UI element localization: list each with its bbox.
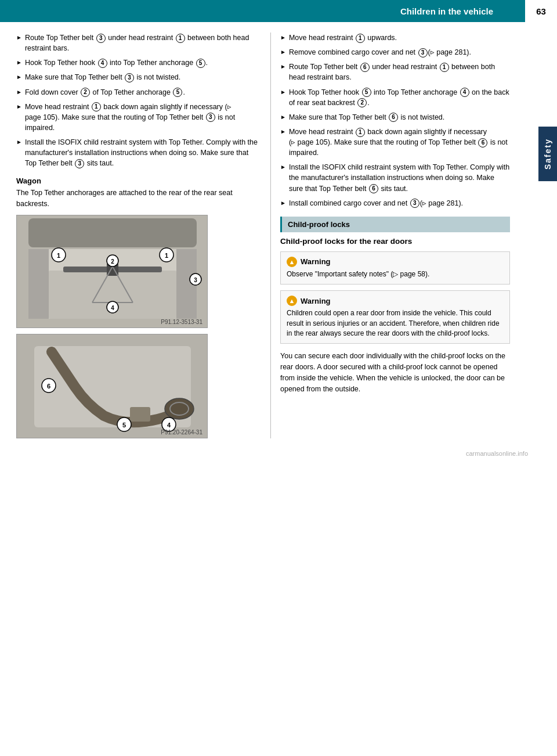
circle-num: 3 [96,34,106,43]
circle-num: 3 [125,73,134,82]
circle-num: 5 [196,59,205,68]
circle-num: 6 [478,138,487,147]
circle-num: 6 [389,113,398,122]
bullet-text: Fold down cover 2 of Top Tether anchorag… [25,87,185,98]
bullet-text: Make sure that Top Tether belt 6 is not … [289,112,444,123]
bullet-arrow: ► [280,34,286,42]
warning-box-2: ▲ Warning Children could open a rear doo… [280,290,510,344]
list-item: ► Hook Top Tether hook 4 into Top Tether… [16,57,259,68]
bullet-text: Route Top Tether belt 3 under head restr… [25,33,259,53]
bullet-arrow: ► [280,163,286,172]
wagon-heading: Wagon [16,177,259,185]
warning1-text: Observe "Important safety notes" (▷ page… [287,269,504,279]
circle-num: 1 [356,34,365,43]
bullet-text: Move head restraint 1 back down again sl… [25,102,259,133]
bullet-arrow: ► [16,34,22,42]
svg-text:5: 5 [122,422,126,429]
bullet-text: Install the ISOFIX child restraint syste… [25,137,259,168]
list-item: ► Make sure that Top Tether belt 3 is no… [16,72,259,82]
bullet-arrow: ► [280,113,286,122]
safety-tab: Safety [538,127,557,181]
circle-num: 3 [418,48,428,57]
bullet-arrow: ► [16,138,22,147]
svg-rect-3 [28,249,49,319]
svg-text:4: 4 [167,422,171,429]
bullet-arrow: ► [16,88,22,97]
warning-icon-2: ▲ [287,296,297,306]
circle-num: 5 [173,88,182,97]
svg-rect-1 [28,218,197,247]
circle-num: 4 [460,88,469,97]
svg-point-23 [165,398,194,419]
bullet-arrow: ► [280,48,286,57]
warning1-title: ▲ Warning [287,257,504,267]
wagon-text: The Top Tether anchorages are attached t… [16,188,259,208]
bullet-arrow: ► [280,199,286,208]
circle-num: 3 [410,199,419,208]
right-column: ► Move head restraint 1 upwards. ► Remov… [273,33,539,438]
warning-icon-1: ▲ [287,257,297,267]
bullet-text: Route Top Tether belt 6 under head restr… [289,62,510,82]
list-item: ► Remove combined cargo cover and net 3(… [280,47,510,57]
bullet-arrow: ► [280,63,286,71]
bullet-text: Move head restraint 1 back down again sl… [289,127,510,158]
header-bar: Children in the vehicle 63 [0,0,557,22]
column-divider [270,33,271,438]
bullet-text: Install combined cargo cover and net 3(▹… [289,198,463,208]
cargo-diagram-svg: 1 1 2 4 3 [17,215,208,328]
circle-num: 2 [81,88,90,97]
svg-text:4: 4 [111,305,114,311]
bullet-text: Install the ISOFIX child restraint syste… [289,162,510,193]
right-bullet-list: ► Move head restraint 1 upwards. ► Remov… [280,33,510,208]
list-item: ► Install the ISOFIX child restraint sys… [280,162,510,193]
svg-text:6: 6 [47,383,50,390]
watermark: carmanualsonline.info [0,450,557,463]
list-item: ► Install combined cargo cover and net 3… [280,198,510,208]
bullet-arrow: ► [16,103,22,111]
left-column: ► Route Top Tether belt 3 under head res… [0,33,268,438]
circle-num: 1 [92,102,101,111]
list-item: ► Move head restraint 1 back down again … [16,102,259,133]
header-page: 63 [525,0,557,22]
svg-text:1: 1 [57,252,60,259]
circle-num: 6 [360,63,370,72]
child-proof-body: You can secure each door individually wi… [280,351,510,394]
circle-num: 1 [356,128,365,137]
bullet-text: Remove combined cargo cover and net 3(▹ … [289,47,471,57]
bullet-arrow: ► [280,128,286,136]
warning-box-1: ▲ Warning Observe "Important safety note… [280,251,510,285]
circle-num: 6 [369,184,378,193]
image-belt: 6 5 4 P91.20-2264-31 [16,334,208,438]
list-item: ► Move head restraint 1 upwards. [280,33,510,43]
img2-caption: P91.20-2264-31 [161,429,202,435]
list-item: ► Move head restraint 1 back down again … [280,127,510,158]
circle-num: 2 [357,98,367,107]
bullet-text: Hook Top Tether hook 5 into Top Tether a… [289,87,510,108]
svg-text:2: 2 [111,258,114,265]
circle-num: 1 [176,34,185,43]
list-item: ► Fold down cover 2 of Top Tether anchor… [16,87,259,98]
child-proof-subheading: Child-proof locks for the rear doors [280,237,510,246]
header-title: Children in the vehicle [0,6,525,16]
svg-text:1: 1 [165,252,168,259]
list-item: ► Install the ISOFIX child restraint sys… [16,137,259,168]
warning2-title: ▲ Warning [287,296,504,306]
circle-num: 3 [75,159,84,168]
belt-diagram-svg: 6 5 4 [17,334,208,438]
left-bullet-list: ► Route Top Tether belt 3 under head res… [16,33,259,168]
list-item: ► Hook Top Tether hook 5 into Top Tether… [280,87,510,108]
image-cargo-top: 1 1 2 4 3 P91.12-3513-31 [16,215,208,328]
list-item: ► Route Top Tether belt 3 under head res… [16,33,259,53]
list-item: ► Route Top Tether belt 6 under head res… [280,62,510,82]
circle-num: 3 [206,113,215,122]
circle-num: 4 [98,59,107,68]
child-proof-banner: Child-proof locks [280,217,510,232]
bullet-text: Move head restraint 1 upwards. [289,33,397,43]
svg-text:3: 3 [194,277,197,283]
warning2-text: Children could open a rear door from ins… [287,308,504,339]
page-wrapper: ► Route Top Tether belt 3 under head res… [0,22,557,450]
img1-caption: P91.12-3513-31 [161,319,202,325]
circle-num: 1 [440,63,449,72]
bullet-arrow: ► [16,59,22,67]
bullet-arrow: ► [280,88,286,97]
